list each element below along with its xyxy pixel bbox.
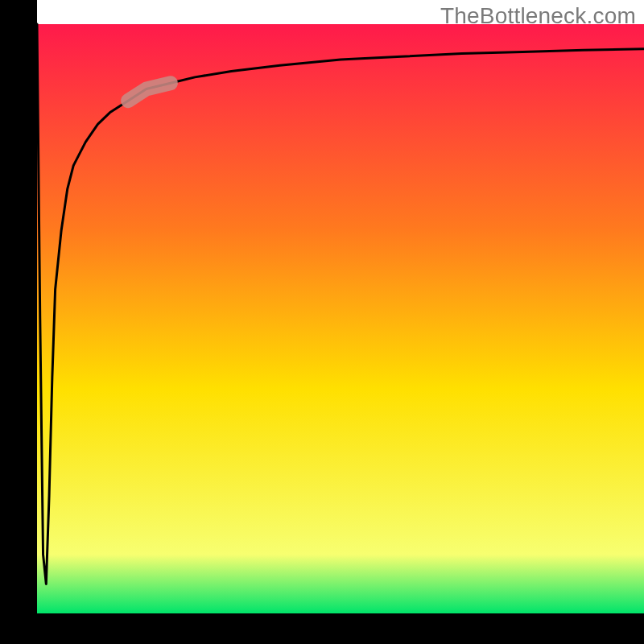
x-axis-bar xyxy=(0,613,644,644)
chart-stage: TheBottleneck.com xyxy=(0,0,644,644)
plot-area-gradient xyxy=(37,24,644,613)
y-axis-bar xyxy=(0,0,37,644)
watermark-text: TheBottleneck.com xyxy=(440,3,636,29)
chart-svg xyxy=(0,0,644,644)
